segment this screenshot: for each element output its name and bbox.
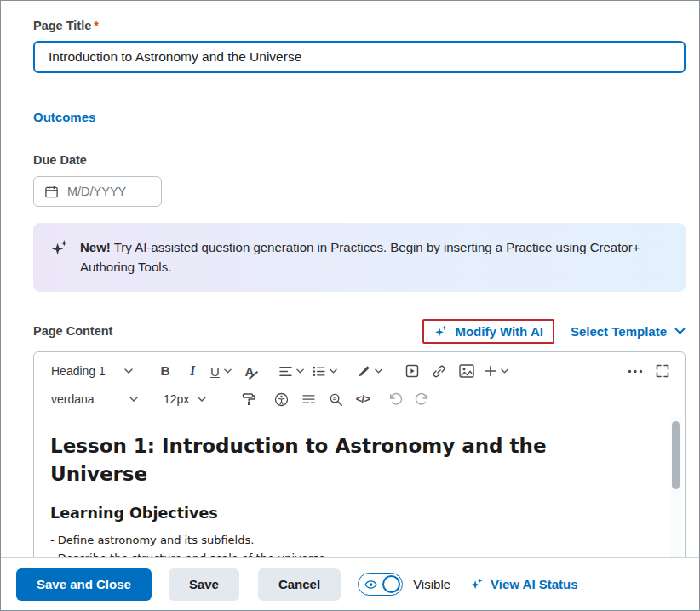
insert-image-button[interactable] <box>453 358 480 384</box>
due-date-label: Due Date <box>33 153 686 167</box>
toolbar-overflow-button[interactable] <box>622 358 649 384</box>
font-family-value: verdana <box>51 392 122 406</box>
format-painter-icon <box>242 392 255 406</box>
bold-icon: B <box>160 363 169 379</box>
paragraph-format-dropdown[interactable]: Heading 1 <box>44 358 140 384</box>
source-code-icon: </> <box>356 393 370 405</box>
page-content-label: Page Content <box>33 324 112 338</box>
document-heading2: Learning Objectives <box>50 505 651 522</box>
redo-icon <box>415 392 430 406</box>
document-heading1: Lesson 1: Introduction to Astronomy and … <box>50 432 595 489</box>
editor-toolbar: Heading 1 B I U A <box>34 352 685 414</box>
insert-stuff-button[interactable] <box>399 358 426 384</box>
ai-sparkle-icon <box>469 577 484 591</box>
redo-button[interactable] <box>409 386 436 412</box>
page-title-label: Page Title* <box>33 19 686 32</box>
paragraph-format-value: Heading 1 <box>51 364 117 378</box>
action-footer: Save and Close Save Cancel Visible View … <box>1 557 699 610</box>
toggle-knob <box>382 575 400 593</box>
font-color-icon: A <box>244 364 254 379</box>
format-painter-button[interactable] <box>235 386 262 412</box>
italic-button[interactable]: I <box>179 358 206 384</box>
plus-icon <box>485 365 496 377</box>
chevron-down-icon <box>224 368 232 374</box>
eye-icon <box>364 580 377 590</box>
scrollbar-thumb[interactable] <box>672 421 680 489</box>
banner-badge: New! <box>80 240 111 254</box>
insert-more-dropdown[interactable] <box>480 358 513 384</box>
required-asterisk: * <box>94 19 99 32</box>
ai-announcement-banner: New! Try AI-assisted question generation… <box>33 223 686 292</box>
bold-button[interactable]: B <box>152 358 179 384</box>
font-family-dropdown[interactable]: verdana <box>44 386 145 412</box>
align-left-icon <box>279 366 292 377</box>
view-ai-status-link[interactable]: View AI Status <box>469 577 578 591</box>
ellipsis-icon <box>628 369 643 374</box>
underline-icon: U <box>210 364 220 379</box>
font-size-dropdown[interactable]: 12px <box>157 386 213 412</box>
ai-sparkle-icon <box>433 324 448 339</box>
visibility-toggle[interactable] <box>358 573 403 596</box>
document-list-item: - Define astronomy and its subfields. <box>50 534 651 548</box>
content-editor-page: Page Title* Outcomes Due Date M/D/YYYY N… <box>0 0 700 611</box>
modify-with-ai-button[interactable]: Modify With AI <box>422 319 554 344</box>
undo-button[interactable] <box>382 386 409 412</box>
insert-quicklink-button[interactable] <box>426 358 453 384</box>
chevron-down-icon <box>674 328 686 334</box>
chevron-down-icon <box>501 368 508 374</box>
preview-magnifier-icon <box>329 392 343 407</box>
outcomes-link[interactable]: Outcomes <box>33 110 95 124</box>
alignment-dropdown[interactable] <box>275 358 308 384</box>
page-title-label-text: Page Title <box>33 19 91 32</box>
link-icon <box>432 364 446 379</box>
banner-text: New! Try AI-assisted question generation… <box>80 237 663 277</box>
italic-icon: I <box>190 363 195 379</box>
chevron-down-icon <box>375 368 382 374</box>
chevron-down-icon <box>330 368 337 374</box>
banner-message: Try AI-assisted question generation in P… <box>80 240 640 274</box>
save-button[interactable]: Save <box>169 568 239 601</box>
select-template-label: Select Template <box>571 324 667 339</box>
select-template-dropdown[interactable]: Select Template <box>571 324 686 339</box>
chevron-down-icon <box>296 368 304 374</box>
calendar-icon <box>44 185 59 199</box>
page-title-input[interactable] <box>33 41 686 73</box>
modify-with-ai-label: Modify With AI <box>455 324 542 339</box>
cancel-button[interactable]: Cancel <box>258 568 341 601</box>
word-count-button[interactable] <box>295 386 322 412</box>
list-dropdown[interactable] <box>308 358 341 384</box>
accessibility-checker-button[interactable] <box>267 386 295 412</box>
visible-label: Visible <box>413 577 450 591</box>
font-color-button[interactable]: A <box>236 358 263 384</box>
ai-sparkle-icon <box>49 238 69 261</box>
undo-icon <box>387 392 403 406</box>
insert-stuff-icon <box>405 364 419 378</box>
source-code-button[interactable]: </> <box>349 386 376 412</box>
chevron-down-icon <box>124 368 133 374</box>
due-date-placeholder: M/D/YYYY <box>67 185 126 198</box>
equation-pen-icon <box>358 365 370 378</box>
equation-dropdown[interactable] <box>353 358 387 384</box>
due-date-input[interactable]: M/D/YYYY <box>33 176 162 207</box>
chevron-down-icon <box>129 397 138 402</box>
image-icon <box>459 364 474 378</box>
accessibility-icon <box>274 392 289 407</box>
word-count-icon <box>302 394 315 405</box>
bullet-list-icon <box>313 366 325 377</box>
save-and-close-button[interactable]: Save and Close <box>16 568 152 601</box>
chevron-down-icon <box>198 397 206 402</box>
fullscreen-icon <box>656 364 669 378</box>
font-size-value: 12px <box>164 392 190 406</box>
underline-dropdown[interactable]: U <box>206 358 236 384</box>
view-ai-status-label: View AI Status <box>491 577 578 591</box>
fullscreen-button[interactable] <box>649 358 676 384</box>
preview-button[interactable] <box>322 386 349 412</box>
